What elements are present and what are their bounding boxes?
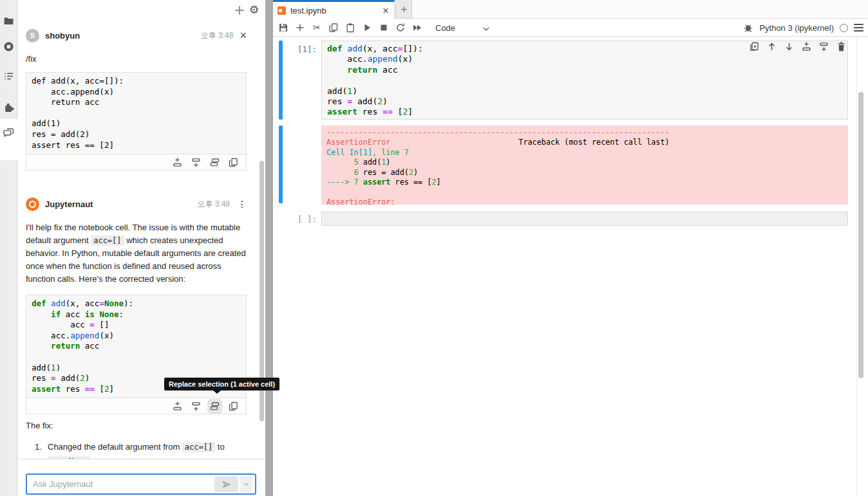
insert-above-icon[interactable] xyxy=(801,41,812,52)
send-button[interactable] xyxy=(214,476,238,492)
list-item-text: Changed the default argument from acc=[]… xyxy=(48,440,247,459)
chat-input-box xyxy=(26,473,256,495)
ask-jupyternaut-input[interactable] xyxy=(27,479,214,489)
tab-title: test.ipynb xyxy=(290,6,326,15)
notebook-toolbar: ✂ Code Python 3 (ipyker xyxy=(273,19,868,37)
code-block-toolbar xyxy=(26,398,246,414)
chat-icon[interactable] xyxy=(3,127,14,138)
tab-test-ipynb[interactable]: test.ipynb × xyxy=(273,0,395,19)
fix-list-item: 1. Changed the default argument from acc… xyxy=(35,440,247,459)
kernel-status-icon[interactable] xyxy=(840,24,848,32)
copy-cells-icon[interactable] xyxy=(328,23,339,33)
empty-prompt: [ ]: xyxy=(273,214,317,224)
table-of-contents-icon[interactable] xyxy=(3,71,14,82)
hamburger-menu-icon[interactable] xyxy=(854,24,863,32)
paste-cells-icon[interactable] xyxy=(345,23,355,33)
code-content: def add(x, acc=[]): acc.append(x) return… xyxy=(26,73,246,154)
assistant-message-header: Jupyternaut 오후 3:48 ⋮ xyxy=(26,197,247,211)
extension-manager-icon[interactable] xyxy=(3,102,14,113)
activity-sidebar xyxy=(0,0,17,496)
assistant-code-block: def add(x, acc=None): if acc is None: ac… xyxy=(26,295,247,414)
insert-above-icon[interactable] xyxy=(172,157,183,168)
file-browser-icon[interactable] xyxy=(3,15,14,26)
delete-cell-icon[interactable] xyxy=(836,41,847,52)
notebook-scrollbar[interactable] xyxy=(858,92,863,378)
empty-code-cell[interactable] xyxy=(321,212,848,226)
replace-selection-icon[interactable] xyxy=(209,157,220,168)
tooltip: Replace selection (1 active cell) xyxy=(164,378,279,390)
user-code-block: def add(x, acc=[]): acc.append(x) return… xyxy=(26,72,247,170)
chat-input-area xyxy=(18,459,265,496)
author-name: shobyun xyxy=(45,31,80,41)
run-cell-icon[interactable] xyxy=(362,23,372,33)
scrollbar-track-edge xyxy=(856,37,857,496)
message-time: 오후 3:48 xyxy=(201,30,234,41)
list-marker: 1. xyxy=(35,440,48,459)
duplicate-cell-icon[interactable] xyxy=(749,41,760,52)
move-down-icon[interactable] xyxy=(784,41,795,52)
cell-code: def add(x, acc=[]): acc.append(x) return… xyxy=(322,41,847,120)
insert-cell-icon[interactable] xyxy=(295,23,305,33)
tab-bar: test.ipynb × xyxy=(273,0,868,19)
output-collapser[interactable] xyxy=(279,125,283,203)
send-options-chevron-icon[interactable] xyxy=(240,476,252,492)
debugger-bug-icon[interactable] xyxy=(743,23,753,33)
code-cell-input[interactable]: def add(x, acc=[]): acc.append(x) return… xyxy=(321,41,848,120)
copy-icon[interactable] xyxy=(228,401,239,412)
replace-selection-icon[interactable] xyxy=(209,401,220,412)
running-kernels-icon[interactable] xyxy=(3,41,14,52)
assistant-intro-text: I'll help fix the notebook cell. The iss… xyxy=(26,221,247,286)
user-command: /fix xyxy=(26,53,247,66)
new-tab-button[interactable] xyxy=(395,0,412,19)
cell-hover-toolbar xyxy=(749,41,847,52)
sidebar-active-segment xyxy=(0,119,17,160)
cell-type-select[interactable]: Code xyxy=(435,23,455,33)
tab-close-icon[interactable]: × xyxy=(382,7,389,15)
assistant-outro-text: The fix: xyxy=(26,419,247,432)
author-name: Jupyternaut xyxy=(45,199,93,209)
move-up-icon[interactable] xyxy=(766,41,777,52)
insert-below-icon[interactable] xyxy=(191,401,202,412)
copy-icon[interactable] xyxy=(228,157,239,168)
insert-below-icon[interactable] xyxy=(818,41,829,52)
error-output: ----------------------------------------… xyxy=(321,125,848,205)
jupyternaut-chat-panel: ⚙ S shobyun 오후 3:48 × /fix def add(x, ac… xyxy=(18,0,265,496)
kernel-name[interactable]: Python 3 (ipykernel) xyxy=(759,23,834,33)
kebab-menu-icon[interactable]: ⋮ xyxy=(238,199,247,209)
cut-cells-icon[interactable]: ✂ xyxy=(312,23,322,33)
close-icon[interactable]: × xyxy=(240,31,247,40)
user-message-header: S shobyun 오후 3:48 × xyxy=(26,28,247,42)
insert-above-icon[interactable] xyxy=(172,401,183,412)
jupyternaut-avatar xyxy=(26,197,39,211)
notebook-file-icon xyxy=(278,6,286,15)
notebook-panel: test.ipynb × ✂ Code xyxy=(273,0,868,496)
cell-type-chevron-icon[interactable] xyxy=(482,24,490,32)
code-block-toolbar xyxy=(26,154,246,170)
execution-prompt: [1]: xyxy=(273,44,317,54)
message-time: 오후 3:48 xyxy=(197,199,230,210)
save-icon[interactable] xyxy=(278,23,288,33)
stop-kernel-icon[interactable] xyxy=(379,23,389,33)
insert-below-icon[interactable] xyxy=(191,157,202,168)
restart-kernel-icon[interactable] xyxy=(395,23,406,33)
panel-divider[interactable] xyxy=(265,0,273,496)
kernel-controls: Python 3 (ipykernel) xyxy=(743,23,868,33)
avatar: S xyxy=(26,29,39,42)
restart-run-all-icon[interactable] xyxy=(412,23,422,33)
